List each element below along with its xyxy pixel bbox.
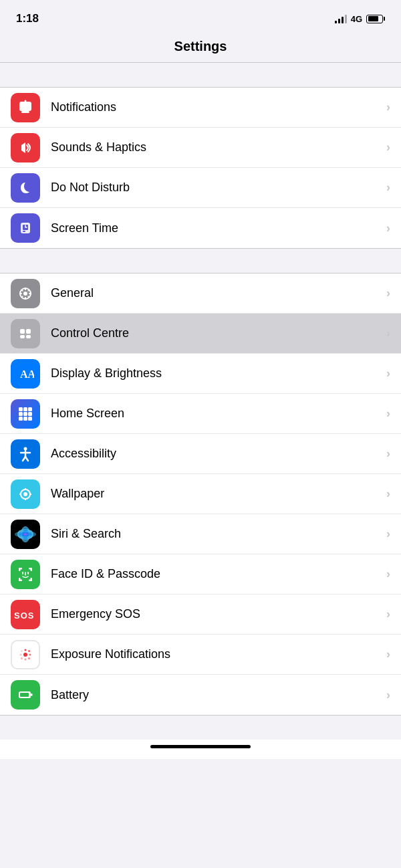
battery-fill [368, 16, 378, 21]
svg-line-15 [28, 290, 29, 291]
bar3 [342, 17, 344, 23]
page-title: Settings [174, 39, 227, 53]
settings-row-exposure[interactable]: Exposure Notifications › [0, 635, 401, 675]
svg-point-37 [23, 492, 27, 496]
battery-row-svg [16, 685, 35, 704]
homescreen-svg [16, 405, 35, 423]
settings-row-siri[interactable]: Siri & Search › [0, 514, 401, 554]
svg-rect-1 [21, 111, 29, 113]
svg-rect-6 [23, 231, 25, 232]
dnd-svg [17, 179, 34, 197]
svg-line-14 [28, 296, 29, 298]
notifications-icon [11, 93, 40, 122]
dnd-label: Do Not Disturb [51, 181, 381, 195]
control-chevron: › [386, 326, 390, 340]
settings-row-accessibility[interactable]: Accessibility › [0, 434, 401, 474]
faceid-chevron: › [386, 567, 390, 581]
svg-rect-51 [19, 578, 21, 581]
wallpaper-svg [16, 485, 35, 504]
settings-row-sounds[interactable]: Sounds & Haptics › [0, 128, 401, 168]
settings-row-wallpaper[interactable]: Wallpaper › [0, 474, 401, 514]
accessibility-chevron: › [386, 447, 390, 461]
settings-row-homescreen[interactable]: Home Screen › [0, 394, 401, 434]
screentime-chevron: › [386, 221, 390, 235]
svg-rect-18 [26, 329, 31, 334]
sos-label: Emergency SOS [51, 607, 381, 621]
screentime-svg [17, 219, 34, 237]
svg-rect-49 [19, 568, 21, 571]
section-gap-2 [0, 249, 401, 273]
settings-row-general[interactable]: General › [0, 274, 401, 314]
control-svg [17, 325, 34, 342]
general-icon [11, 279, 40, 308]
notifications-label: Notifications [51, 100, 381, 114]
svg-line-13 [22, 290, 23, 291]
bar4 [345, 15, 347, 23]
settings-row-battery[interactable]: Battery › [0, 675, 401, 715]
page-header: Settings [0, 33, 401, 63]
svg-point-58 [25, 649, 27, 651]
svg-point-44 [15, 531, 36, 538]
display-label: Display & Brightness [51, 366, 381, 381]
network-label: 4G [351, 14, 362, 24]
sounds-chevron: › [386, 140, 390, 154]
settings-group-2: General › Control Centre › AA Display & … [0, 273, 401, 716]
settings-row-control-centre[interactable]: Control Centre › [0, 314, 401, 354]
control-label: Control Centre [51, 326, 381, 340]
sounds-label: Sounds & Haptics [51, 140, 381, 154]
svg-rect-52 [31, 578, 33, 581]
siri-chevron: › [386, 527, 390, 541]
accessibility-svg [16, 445, 35, 463]
settings-row-display[interactable]: AA Display & Brightness › [0, 354, 401, 394]
siri-svg [11, 520, 40, 549]
faceid-svg [16, 565, 35, 584]
general-svg [17, 285, 34, 302]
svg-point-60 [29, 653, 31, 655]
faceid-icon [11, 560, 40, 589]
svg-rect-0 [19, 102, 31, 111]
svg-rect-30 [28, 417, 32, 421]
settings-row-sos[interactable]: SOS Emergency SOS › [0, 594, 401, 635]
svg-rect-25 [19, 412, 23, 416]
svg-point-62 [25, 658, 27, 660]
svg-point-64 [20, 653, 22, 655]
battery-label: Battery [51, 688, 381, 702]
general-label: General [51, 286, 381, 300]
battery-status-icon [366, 15, 385, 23]
svg-rect-23 [23, 407, 27, 411]
display-chevron: › [386, 366, 390, 381]
wallpaper-icon [11, 479, 40, 509]
section-gap-1 [0, 63, 401, 87]
settings-row-faceid[interactable]: Face ID & Passcode › [0, 554, 401, 594]
svg-point-65 [21, 650, 23, 652]
battery-row-icon [11, 680, 40, 710]
home-indicator [0, 740, 401, 759]
home-bar [150, 745, 251, 748]
sounds-icon [11, 133, 40, 162]
notifications-svg [17, 99, 34, 116]
display-icon: AA [11, 359, 40, 389]
exposure-icon [11, 640, 40, 669]
svg-rect-24 [28, 407, 32, 411]
siri-label: Siri & Search [51, 527, 381, 541]
control-icon [11, 319, 40, 348]
screentime-icon [11, 213, 40, 243]
svg-point-2 [25, 100, 27, 102]
svg-rect-29 [23, 417, 27, 421]
settings-row-screentime[interactable]: Screen Time › [0, 208, 401, 248]
exposure-svg [16, 645, 35, 664]
settings-row-dnd[interactable]: Do Not Disturb › [0, 168, 401, 208]
status-icons: 4G [335, 14, 385, 24]
siri-icon [11, 520, 40, 549]
svg-line-35 [25, 457, 28, 461]
status-bar: 1:18 4G [0, 0, 401, 33]
svg-rect-68 [31, 693, 33, 696]
bar1 [335, 21, 337, 23]
svg-rect-19 [20, 335, 25, 338]
svg-rect-20 [26, 335, 31, 338]
svg-text:SOS: SOS [14, 611, 34, 621]
dnd-icon [11, 173, 40, 203]
exposure-chevron: › [386, 647, 390, 661]
svg-rect-22 [19, 407, 23, 411]
settings-row-notifications[interactable]: Notifications › [0, 88, 401, 128]
